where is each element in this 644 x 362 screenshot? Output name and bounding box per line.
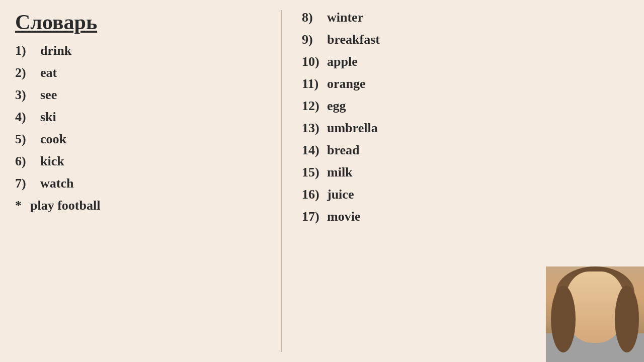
item-number: 3) (15, 87, 40, 103)
list-item: 2) eat (15, 65, 271, 80)
item-word: breakfast (327, 32, 380, 47)
list-item: 7) watch (15, 176, 271, 191)
item-number: 1) (15, 43, 40, 58)
item-number: 13) (302, 121, 327, 136)
item-number: 2) (15, 65, 40, 80)
special-phrase-item: * play football (15, 198, 271, 213)
webcam-overlay (546, 266, 644, 362)
item-word: cook (40, 132, 66, 147)
item-number: 11) (302, 76, 327, 92)
left-column: Словарь 1) drink 2) eat 3) see 4) ski 5)… (15, 10, 282, 352)
item-word: egg (327, 99, 346, 114)
item-word: drink (40, 43, 71, 58)
list-item: 4) ski (15, 110, 271, 125)
item-word: winter (327, 10, 363, 25)
item-number: 6) (15, 154, 40, 169)
item-number: 15) (302, 165, 327, 180)
item-number: 9) (302, 32, 327, 47)
special-phrase: play football (30, 198, 100, 213)
item-number: 8) (302, 10, 327, 25)
item-word: watch (40, 176, 73, 191)
list-item: 11) orange (302, 76, 629, 92)
list-item: 8) winter (302, 10, 629, 25)
right-vocab-list: 8) winter 9) breakfast 10) apple 11) ora… (302, 10, 629, 224)
list-item: 10) apple (302, 54, 629, 69)
item-number: 17) (302, 209, 327, 224)
list-item: 9) breakfast (302, 32, 629, 47)
item-number: 14) (302, 143, 327, 158)
item-word: eat (40, 65, 57, 80)
person-hair-right (615, 286, 639, 352)
list-item: 1) drink (15, 43, 271, 58)
list-item: 5) cook (15, 132, 271, 147)
list-item: 6) kick (15, 154, 271, 169)
item-number: 12) (302, 99, 327, 114)
item-word: ski (40, 110, 56, 125)
list-item: 12) egg (302, 99, 629, 114)
item-word: umbrella (327, 121, 378, 136)
item-number: 10) (302, 54, 327, 69)
item-word: milk (327, 165, 353, 180)
item-word: juice (327, 187, 354, 202)
list-item: 16) juice (302, 187, 629, 202)
page-title: Словарь (15, 10, 271, 34)
list-item: 17) movie (302, 209, 629, 224)
item-word: orange (327, 76, 366, 92)
list-item: 14) bread (302, 143, 629, 158)
list-item: 3) see (15, 87, 271, 103)
item-word: movie (327, 209, 360, 224)
item-number: 7) (15, 176, 40, 191)
item-word: kick (40, 154, 64, 169)
webcam-person (546, 266, 644, 362)
item-number: 16) (302, 187, 327, 202)
person-hair-left (551, 286, 576, 352)
list-item: 15) milk (302, 165, 629, 180)
special-marker: * (15, 198, 30, 213)
item-number: 4) (15, 110, 40, 125)
item-word: see (40, 87, 57, 103)
item-word: apple (327, 54, 358, 69)
item-word: bread (327, 143, 360, 158)
item-number: 5) (15, 132, 40, 147)
list-item: 13) umbrella (302, 121, 629, 136)
left-vocab-list: 1) drink 2) eat 3) see 4) ski 5) cook 6)… (15, 43, 271, 191)
